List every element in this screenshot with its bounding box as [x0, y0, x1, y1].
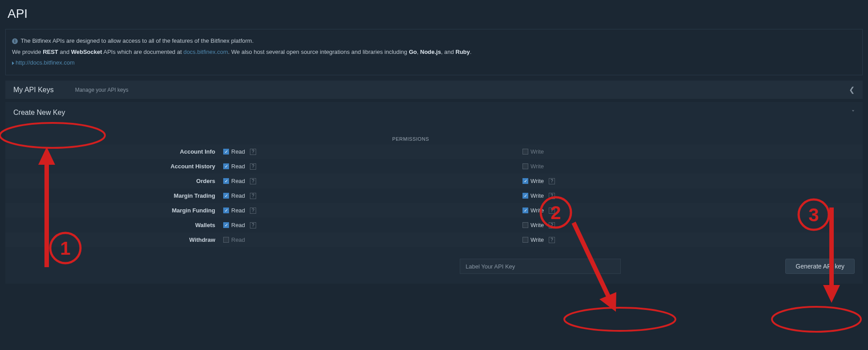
api-key-label-input[interactable] [460, 259, 621, 274]
permission-read-label: Read [231, 178, 245, 184]
permission-write-label: Write [530, 148, 544, 155]
permission-row: Margin FundingRead?Write? [5, 203, 863, 218]
svg-point-9 [564, 308, 675, 331]
checkbox-icon[interactable] [223, 178, 229, 184]
info-bold-rest: REST [43, 49, 58, 55]
permission-write-cell: Write? [522, 236, 863, 243]
svg-marker-13 [823, 285, 840, 303]
permission-read-toggle[interactable]: Read? [223, 207, 256, 214]
checkbox-icon[interactable] [223, 222, 229, 228]
help-icon[interactable]: ? [549, 208, 555, 214]
permission-write-toggle[interactable]: Write? [522, 192, 555, 199]
svg-marker-8 [599, 292, 616, 312]
help-icon[interactable]: ? [549, 178, 555, 184]
info-text-1: The Bitfinex APIs are designed to allow … [20, 37, 253, 44]
create-new-key-title: Create New Key [13, 109, 65, 117]
permission-write-cell: Write? [522, 222, 863, 228]
info-comma2: , and [441, 49, 456, 55]
docs-link-inline[interactable]: docs.bitfinex.com [183, 49, 228, 55]
create-key-footer: Generate API key [5, 259, 863, 274]
help-icon[interactable]: ? [250, 193, 256, 199]
checkbox-icon[interactable] [522, 178, 528, 184]
help-icon[interactable]: ? [549, 193, 555, 199]
permission-write-label: Write [530, 192, 544, 199]
help-icon[interactable]: ? [250, 163, 256, 170]
info-dot: . [470, 49, 472, 55]
checkbox-icon [223, 237, 229, 243]
checkbox-icon [522, 163, 528, 169]
help-icon[interactable]: ? [549, 222, 555, 228]
info-text-post: . We also host several open source integ… [228, 49, 409, 55]
info-bold-ws: WebSocket [71, 49, 102, 55]
permission-write-label: Write [530, 178, 544, 184]
permission-row: Account HistoryRead?Write [5, 159, 863, 174]
permission-read-label: Read [231, 222, 245, 228]
permission-write-toggle[interactable]: Write? [522, 236, 555, 243]
info-bold-go: Go [409, 49, 417, 55]
permission-label: Account History [5, 163, 223, 170]
generate-api-key-button[interactable]: Generate API key [785, 259, 855, 274]
permission-label: Margin Funding [5, 207, 223, 214]
permission-label: Margin Trading [5, 192, 223, 199]
page-title: API [5, 7, 863, 21]
permission-read-toggle: Read [223, 236, 245, 243]
permission-read-toggle[interactable]: Read? [223, 163, 256, 170]
permission-read-toggle[interactable]: Read? [223, 192, 256, 199]
help-icon[interactable]: ? [250, 178, 256, 184]
permission-write-toggle[interactable]: Write? [522, 207, 555, 214]
info-text-and1: and [58, 49, 71, 55]
permission-write-toggle[interactable]: Write? [522, 178, 555, 184]
help-icon[interactable]: ? [250, 208, 256, 214]
permission-label: Orders [5, 178, 223, 184]
svg-point-14 [772, 307, 861, 332]
info-line-2: We provide REST and WebSocket APIs which… [12, 47, 856, 58]
help-icon[interactable]: ? [250, 149, 256, 155]
permission-read-cell: Read [223, 236, 522, 243]
chevron-left-icon[interactable]: ❮ [849, 85, 855, 94]
my-api-keys-title: My API Keys [13, 86, 54, 94]
docs-link-full[interactable]: http://docs.bitfinex.com [16, 59, 75, 66]
checkbox-icon [522, 149, 528, 155]
checkbox-icon[interactable] [223, 193, 229, 199]
permission-read-label: Read [231, 163, 245, 170]
permission-read-label: Read [231, 192, 245, 199]
my-api-keys-header[interactable]: My API Keys Manage your API keys ❮ [5, 81, 863, 99]
checkbox-icon[interactable] [522, 208, 528, 213]
permission-write-label: Write [530, 207, 544, 214]
info-text-pre: We provide [12, 49, 43, 55]
permission-read-toggle[interactable]: Read? [223, 148, 256, 155]
help-icon[interactable]: ? [250, 222, 256, 228]
permission-write-cell: Write [522, 148, 863, 155]
permission-write-cell: Write? [522, 178, 863, 184]
checkbox-icon[interactable] [223, 163, 229, 169]
permission-read-cell: Read? [223, 148, 522, 155]
permission-read-label: Read [231, 207, 245, 214]
permissions-table: PERMISSIONS Account InfoRead?WriteAccoun… [5, 134, 863, 247]
permission-write-toggle: Write [522, 163, 544, 170]
permission-read-cell: Read? [223, 192, 522, 199]
permission-row: WalletsRead?Write? [5, 218, 863, 232]
create-new-key-panel: Create New Key ˅ PERMISSIONS Account Inf… [5, 102, 863, 284]
permission-write-cell: Write? [522, 192, 863, 199]
create-new-key-header[interactable]: Create New Key ˅ [5, 102, 863, 118]
permission-read-cell: Read? [223, 178, 522, 184]
checkbox-icon[interactable] [223, 149, 229, 155]
info-text-mid: APIs which are documented at [102, 49, 184, 55]
info-bold-node: Node.js [420, 49, 441, 55]
permission-row: Account InfoRead?Write [5, 144, 863, 159]
info-comma1: , [417, 49, 420, 55]
checkbox-icon[interactable] [522, 193, 528, 199]
caret-right-icon [12, 61, 14, 65]
permission-label: Account Info [5, 148, 223, 155]
checkbox-icon[interactable] [522, 237, 528, 243]
checkbox-icon[interactable] [522, 222, 528, 228]
permission-row: Margin TradingRead?Write? [5, 188, 863, 203]
info-line-1: i The Bitfinex APIs are designed to allo… [12, 36, 856, 47]
permission-read-toggle[interactable]: Read? [223, 178, 256, 184]
permission-row: WithdrawReadWrite? [5, 232, 863, 247]
checkbox-icon[interactable] [223, 208, 229, 213]
permission-write-toggle[interactable]: Write? [522, 222, 555, 228]
permission-read-toggle[interactable]: Read? [223, 222, 256, 228]
help-icon[interactable]: ? [549, 237, 555, 243]
chevron-down-icon[interactable]: ˅ [852, 109, 855, 116]
